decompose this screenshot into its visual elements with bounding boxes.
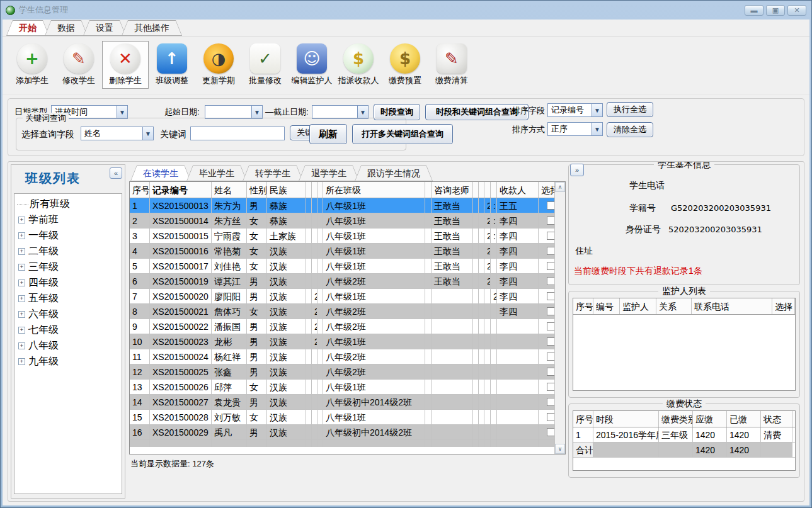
query-field-select[interactable]: 姓名▼ [81,127,154,140]
sort-field-select[interactable]: 记录编号▼ [547,103,603,117]
payment-column-header[interactable]: 缴费类别 [659,411,693,427]
tree-expand-icon[interactable]: + [18,358,25,365]
column-header[interactable]: 序号 [130,182,150,198]
tree-item-九年级[interactable]: +九年级 [17,354,122,370]
scroll-up-icon[interactable]: ∧ [555,182,565,192]
payment-column-header[interactable]: 状态 [761,411,792,427]
chevron-down-icon[interactable]: ▼ [592,123,602,135]
tree-item-所有班级[interactable]: 所有班级 [17,196,122,212]
table-row[interactable]: 2XS201500014朱方丝女彝族八年级1班王敢当2:李四 [130,213,554,229]
sort-order-select[interactable]: 正序▼ [547,122,603,136]
table-row[interactable]: 12XS201500025张鑫男汉族八年级2班 [130,364,554,380]
payment-row[interactable]: 合计14201420 [573,443,795,458]
keyword-input[interactable] [190,127,285,140]
tree-item-五年级[interactable]: +五年级 [17,291,122,307]
table-row[interactable]: 10XS201500023龙彬男汉族2八年级1班 [130,334,554,349]
tree-expand-icon[interactable]: + [18,327,25,334]
scroll-down-icon[interactable]: ∨ [555,444,565,454]
tree-item-六年级[interactable]: +六年级 [17,307,122,322]
tree-item-四年级[interactable]: +四年级 [17,275,122,291]
column-header[interactable] [312,182,317,198]
ribbon-tab-其他操作[interactable]: 其他操作 [122,20,182,36]
column-header[interactable]: 咨询老师 [432,182,473,198]
multi-keyword-query-button[interactable]: 打开多关键词组合查询 [352,124,453,144]
table-row[interactable]: 1XS201500013朱方为男彝族八年级1班王敢当2:王五 [130,198,554,213]
payment-column-header[interactable]: 已缴 [727,411,761,427]
guardian-column-header[interactable]: 联系电话 [692,298,772,314]
guardian-column-header[interactable]: 关系 [656,298,692,314]
column-header[interactable]: 所在班级 [323,182,425,198]
table-row[interactable]: 3XS201500015宁雨霞女土家族八年级1班王敢当2:李四 [130,229,554,244]
table-row[interactable]: 4XS201500016常艳菊女汉族八年级1班王敢当2李四 [130,244,554,259]
table-row[interactable]: 16XS201500029禹凡男汉族八年级初中2014级2班 [130,425,554,440]
chevron-down-icon[interactable]: ▼ [117,106,127,118]
end-date-select[interactable]: ▼ [312,105,369,119]
toolbar-assign-payee-button[interactable]: $指派收款人 [335,42,382,88]
toolbar-update-term-button[interactable]: ◑更新学期 [195,42,242,88]
student-tab-在读学生[interactable]: 在读学生 [130,166,191,181]
table-row[interactable]: 9XS201500022潘振国男汉族2八年级2班 [130,319,554,334]
tree-expand-icon[interactable]: + [18,217,25,223]
payment-column-header[interactable]: 应缴 [693,411,727,427]
expand-right-button[interactable]: » [570,164,584,176]
toolbar-fee-settle-button[interactable]: ✎缴费清算 [428,42,475,88]
close-button[interactable]: ✕ [787,5,806,16]
maximize-button[interactable]: ▣ [766,5,785,16]
vertical-scrollbar[interactable]: ∧ ∨ [554,182,565,454]
student-tab-转学学生[interactable]: 转学学生 [243,166,303,181]
table-row[interactable]: 6XS201500019谭其江男汉族八年级2班王敢当2李四 [130,274,554,289]
toolbar-edit-student-button[interactable]: ✎修改学生 [55,42,102,88]
tree-expand-icon[interactable]: + [18,295,25,302]
column-header[interactable] [306,182,312,198]
tree-item-学前班[interactable]: +学前班 [17,212,122,228]
student-tab-跟访学生情况[interactable]: 跟访学生情况 [355,166,433,181]
student-tab-毕业学生[interactable]: 毕业学生 [186,166,247,181]
toolbar-class-adjust-button[interactable]: ↑班级调整 [149,42,195,88]
table-row[interactable]: 7XS201500020廖阳阳男汉族2八年级1班2李四 [130,289,554,304]
table-row[interactable]: 14XS201500027袁龙贵男汉族八年级初中2014级2班 [130,395,554,410]
payment-column-header[interactable]: 时段 [593,411,659,427]
tree-item-一年级[interactable]: +一年级 [17,228,122,244]
payment-column-header[interactable]: 序号 [573,411,593,427]
column-header[interactable]: 性别 [247,182,267,198]
tree-expand-icon[interactable]: + [18,311,25,318]
toolbar-add-student-button[interactable]: +添加学生 [9,42,55,88]
table-row[interactable]: 5XS201500017刘佳艳女汉族八年级1班王敢当2李四 [130,259,554,274]
tree-expand-icon[interactable]: + [18,232,25,239]
guardian-column-header[interactable]: 选择 [772,298,795,314]
chevron-down-icon[interactable]: ▼ [251,106,262,118]
tree-item-二年级[interactable]: +二年级 [17,244,122,259]
tree-expand-icon[interactable]: + [18,248,25,255]
column-header[interactable]: 姓名 [212,182,247,198]
collapse-left-button[interactable]: « [110,167,122,179]
chevron-down-icon[interactable]: ▼ [142,127,153,140]
column-header[interactable] [491,182,497,198]
tree-expand-icon[interactable]: + [18,342,25,349]
chevron-down-icon[interactable]: ▼ [357,106,368,118]
column-header[interactable]: 记录编号 [150,182,212,198]
tree-expand-icon[interactable]: + [18,279,25,286]
toolbar-fee-preset-button[interactable]: $缴费预置 [382,42,428,88]
column-header[interactable] [425,182,432,198]
column-header[interactable] [473,182,479,198]
toolbar-batch-edit-button[interactable]: ✓批量修改 [242,42,289,88]
table-row[interactable]: 13XS201500026邱萍女汉族八年级1班 [130,380,554,395]
toolbar-delete-student-button[interactable]: ✕删除学生 [102,41,149,89]
column-header[interactable] [479,182,484,198]
table-row[interactable]: 8XS201500021詹体巧女汉族2八年级2班李四 [130,304,554,319]
column-header[interactable] [484,182,491,198]
toolbar-edit-guardian-button[interactable]: ☺编辑监护人 [289,42,335,88]
start-date-select[interactable]: ▼ [205,105,263,119]
student-tab-退学学生[interactable]: 退学学生 [299,166,359,181]
minimize-button[interactable]: ▬ [745,5,763,16]
tree-item-三年级[interactable]: +三年级 [17,259,122,275]
payment-row[interactable]: 12015-2016学年度三年级14201420清费 [573,427,795,443]
clear-all-button[interactable]: 清除全选 [607,122,653,137]
tree-item-七年级[interactable]: +七年级 [17,322,122,338]
ribbon-tab-设置[interactable]: 设置 [83,20,126,36]
column-header[interactable] [317,182,323,198]
ribbon-tab-数据[interactable]: 数据 [45,20,88,36]
tree-expand-icon[interactable]: + [18,264,25,271]
guardian-column-header[interactable]: 编号 [593,298,620,314]
chevron-down-icon[interactable]: ▼ [592,104,602,116]
